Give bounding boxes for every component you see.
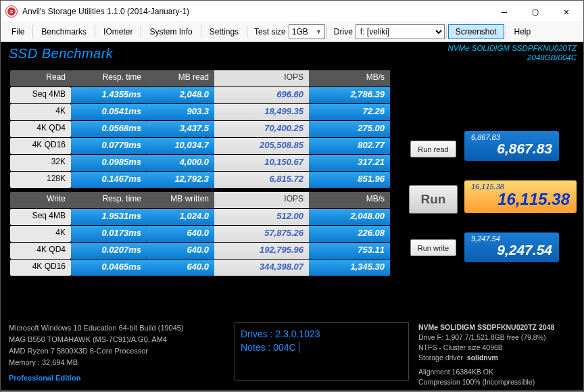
mb-value: 12,792.3 — [147, 172, 214, 188]
write-header: Write — [10, 192, 71, 208]
footer: Microsoft Windows 10 Education 64-bit Bu… — [1, 317, 583, 391]
write-table: Write Resp. time MB written IOPS MB/s Se… — [10, 192, 401, 276]
menu-iometer[interactable]: IOmeter — [97, 24, 139, 39]
resp-time: 0.0173ms — [71, 226, 147, 242]
iops-value: 192,795.96 — [214, 243, 309, 259]
run-button[interactable]: Run — [409, 185, 458, 214]
resp-time: 0.0541ms — [71, 104, 147, 120]
app-icon: ≡ — [6, 6, 17, 17]
resp-time: 1.9531ms — [71, 209, 147, 225]
row-label: Seq 4MB — [10, 87, 71, 103]
table-row: 4K QD160.0465ms640.0344,398.071,345.30 — [10, 260, 401, 276]
row-label: 4K QD4 — [10, 121, 71, 137]
close-button[interactable]: ✕ — [551, 1, 582, 22]
table-row: 128K0.1467ms12,792.36,815.72851.96 — [10, 172, 401, 188]
mbs-value: 851.96 — [309, 172, 390, 188]
mbs-value: 753.11 — [309, 243, 390, 259]
row-label: 4K — [10, 226, 71, 242]
drive-details: NVMe SOLIDIGM SSDPFKNU020TZ 2048 Drive F… — [418, 322, 575, 383]
notes-box[interactable]: Drives : 2.3.0.1023 Notes : 004C — [235, 322, 409, 381]
table-row: 4K0.0173ms640.057,875.26226.08 — [10, 226, 401, 242]
table-row: 4K QD40.0568ms3,437.570,400.25275.00 — [10, 121, 401, 137]
row-label: 4K QD4 — [10, 243, 71, 259]
run-read-button[interactable]: Run read — [410, 141, 456, 157]
content: Read Resp. time MB read IOPS MB/s Seq 4M… — [1, 65, 583, 317]
iops-value: 10,150.67 — [214, 155, 309, 171]
resp-time: 0.0568ms — [71, 121, 147, 137]
page-title: SSD Benchmark — [9, 46, 113, 62]
iops-value: 344,398.07 — [214, 260, 309, 276]
iops-value: 57,875.26 — [214, 226, 309, 242]
mbs-value: 275.00 — [309, 121, 390, 137]
menu-benchmarks[interactable]: Benchmarks — [34, 24, 93, 39]
drive-info: NVMe SOLIDIGM SSDPFKNU020TZ 2048GB/004C — [448, 43, 577, 62]
mb-value: 903.3 — [147, 104, 214, 120]
menubar: File Benchmarks IOmeter System Info Sett… — [1, 22, 583, 42]
row-label: 4K — [10, 104, 71, 120]
table-row: 4K QD160.0779ms10,034.7205,508.85802.77 — [10, 138, 401, 154]
menu-system-info[interactable]: System Info — [143, 24, 199, 39]
row-label: 32K — [10, 155, 71, 171]
table-row: Seq 4MB1.9531ms1,024.0512.002,048.00 — [10, 209, 401, 225]
test-size-label: Test size — [249, 27, 289, 36]
row-label: 4K QD16 — [10, 138, 71, 154]
minimize-button[interactable]: — — [489, 1, 520, 22]
iops-value: 696.60 — [214, 87, 309, 103]
table-row: Seq 4MB1.4355ms2,048.0696.602,786.39 — [10, 87, 401, 103]
chevron-down-icon: ▼ — [316, 28, 322, 35]
drive-select[interactable]: f: [veliki] — [356, 24, 445, 39]
table-row: 32K0.0985ms4,000.010,150.67317.21 — [10, 155, 401, 171]
resp-time: 1.4355ms — [71, 87, 147, 103]
maximize-button[interactable]: ▢ — [520, 1, 551, 22]
mb-value: 3,437.5 — [147, 121, 214, 137]
table-row: 4K0.0541ms903.318,499.3572.26 — [10, 104, 401, 120]
header: SSD Benchmark NVMe SOLIDIGM SSDPFKNU020T… — [1, 42, 583, 65]
iops-value: 18,499.35 — [214, 104, 309, 120]
resp-time: 0.0985ms — [71, 155, 147, 171]
mb-value: 1,024.0 — [147, 209, 214, 225]
row-label: 128K — [10, 172, 71, 188]
mbs-value: 72.26 — [309, 104, 390, 120]
read-header: Read — [10, 70, 71, 87]
drive-label: Drive — [328, 27, 356, 36]
system-info: Microsoft Windows 10 Education 64-bit Bu… — [9, 322, 225, 383]
titlebar: ≡ Anvil's Storage Utilities 1.1.0 (2014-… — [1, 1, 583, 22]
mbs-value: 2,786.39 — [309, 87, 390, 103]
resp-time: 0.1467ms — [71, 172, 147, 188]
resp-time: 0.0465ms — [71, 260, 147, 276]
mbs-value: 317.21 — [309, 155, 390, 171]
mbs-value: 2,048.00 — [309, 209, 390, 225]
iops-value: 70,400.25 — [214, 121, 309, 137]
menu-settings[interactable]: Settings — [203, 24, 245, 39]
read-score: 6,867.83 6,867.83 — [464, 131, 559, 161]
mb-value: 2,048.0 — [147, 87, 214, 103]
row-label: 4K QD16 — [10, 260, 71, 276]
write-score: 9,247.54 9,247.54 — [464, 232, 559, 262]
window-title: Anvil's Storage Utilities 1.1.0 (2014-Ja… — [22, 7, 489, 16]
iops-value: 512.00 — [214, 209, 309, 225]
mb-value: 4,000.0 — [147, 155, 214, 171]
row-label: Seq 4MB — [10, 209, 71, 225]
mb-value: 10,034.7 — [147, 138, 214, 154]
resp-time: 0.0207ms — [71, 243, 147, 259]
read-table: Read Resp. time MB read IOPS MB/s Seq 4M… — [10, 70, 401, 188]
mbs-value: 1,345.30 — [309, 260, 390, 276]
iops-value: 205,508.85 — [214, 138, 309, 154]
total-score: 16,115.38 16,115.38 — [464, 180, 577, 213]
menu-help[interactable]: Help — [508, 24, 538, 39]
mbs-value: 226.08 — [309, 226, 390, 242]
iops-value: 6,815.72 — [214, 172, 309, 188]
mbs-value: 802.77 — [309, 138, 390, 154]
resp-time: 0.0779ms — [71, 138, 147, 154]
mb-value: 640.0 — [147, 226, 214, 242]
mb-value: 640.0 — [147, 260, 214, 276]
mb-value: 640.0 — [147, 243, 214, 259]
screenshot-button[interactable]: Screenshot — [448, 24, 504, 39]
run-write-button[interactable]: Run write — [410, 239, 456, 256]
test-size-select[interactable]: 1GB▼ — [289, 24, 325, 39]
menu-file[interactable]: File — [5, 24, 31, 39]
table-row: 4K QD40.0207ms640.0192,795.96753.11 — [10, 243, 401, 259]
